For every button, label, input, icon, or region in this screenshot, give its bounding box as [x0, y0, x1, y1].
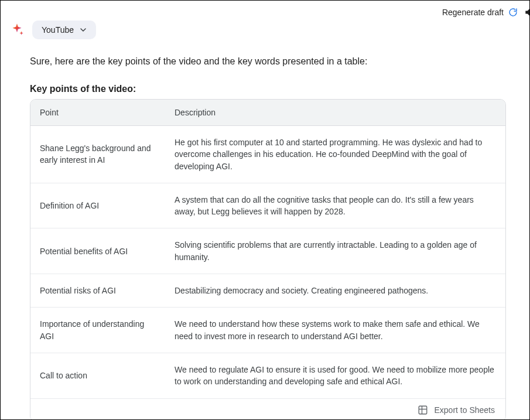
header-row: YouTube [9, 21, 518, 39]
cell-desc: A system that can do all the cognitive t… [165, 183, 505, 228]
cell-point: Importance of understanding AGI [30, 308, 165, 353]
chevron-down-icon [78, 25, 88, 35]
table-row: Potential risks of AGI Destabilizing dem… [30, 274, 505, 308]
export-label: Export to Sheets [434, 405, 495, 415]
table-header-row: Point Description [30, 100, 505, 126]
content-area: YouTube Sure, here are the key points of… [1, 1, 529, 420]
cell-point: Shane Legg's background and early intere… [30, 126, 165, 183]
col-header-description: Description [165, 100, 505, 126]
regenerate-label: Regenerate draft [442, 8, 504, 17]
cell-desc: He got his first computer at 10 and star… [165, 126, 505, 183]
section-title: Key points of the video: [30, 84, 518, 94]
table-row: Shane Legg's background and early intere… [30, 126, 505, 183]
table-row: Definition of AGI A system that can do a… [30, 183, 505, 228]
cell-desc: Solving scientific problems that are cur… [165, 228, 505, 274]
intro-text: Sure, here are the key points of the vid… [30, 54, 518, 69]
cell-point: Potential risks of AGI [30, 274, 165, 308]
top-actions: Regenerate draft [442, 6, 529, 18]
export-to-sheets-button[interactable]: Export to Sheets [30, 398, 505, 420]
cell-desc: We need to understand how these systems … [165, 308, 505, 353]
col-header-point: Point [30, 100, 165, 126]
cell-point: Definition of AGI [30, 183, 165, 228]
regenerate-button[interactable]: Regenerate draft [442, 8, 518, 17]
sparkle-icon [9, 22, 25, 38]
svg-rect-0 [419, 406, 428, 414]
cell-desc: Destabilizing democracy and society. Cre… [165, 274, 505, 308]
refresh-icon [508, 8, 518, 17]
table-row: Call to action We need to regulate AGI t… [30, 353, 505, 398]
table-row: Importance of understanding AGI We need … [30, 308, 505, 353]
cell-point: Potential benefits of AGI [30, 228, 165, 274]
source-chip[interactable]: YouTube [32, 21, 96, 39]
sheets-icon [418, 405, 428, 415]
key-points-table: Point Description Shane Legg's backgroun… [30, 99, 506, 420]
cell-desc: We need to regulate AGI to ensure it is … [165, 353, 505, 398]
table-row: Potential benefits of AGI Solving scient… [30, 228, 505, 274]
cell-point: Call to action [30, 353, 165, 398]
chip-label: YouTube [42, 25, 74, 35]
speaker-icon[interactable] [524, 6, 529, 18]
